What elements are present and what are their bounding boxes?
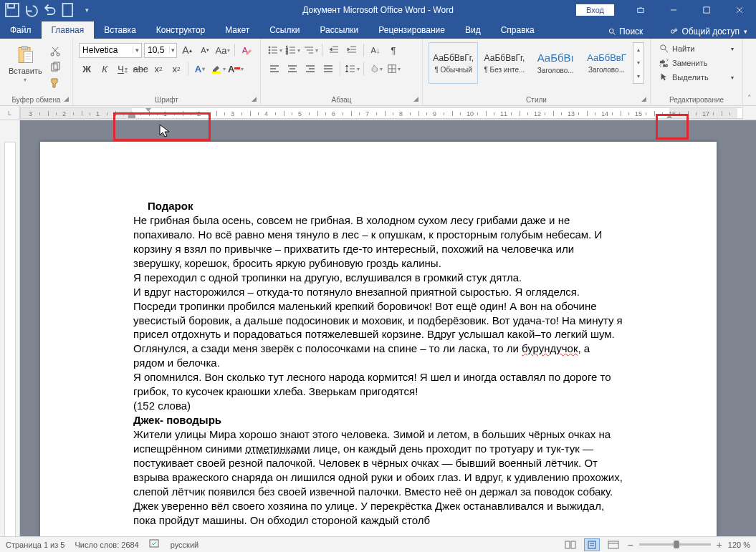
group-label-paragraph: Абзац (261, 94, 422, 105)
highlight-icon[interactable]: ▾ (210, 61, 226, 77)
horizontal-ruler[interactable]: 3211234567891011121314151617 (20, 107, 743, 119)
share-button[interactable]: Общий доступ▾ (670, 26, 747, 37)
cut-icon[interactable] (48, 45, 62, 58)
borders-icon[interactable]: ▾ (386, 61, 401, 77)
svg-point-8 (609, 29, 613, 33)
font-name-input[interactable] (80, 45, 133, 55)
font-size-input[interactable] (145, 45, 169, 55)
sort-icon[interactable]: A↓ (368, 42, 383, 58)
maximize-icon[interactable] (690, 0, 723, 20)
group-font: ▾ ▾ A▴ A▾ Aa▾ A Ж К Ч▾ abc x2 x2 A▾ ▾ A▾ (73, 39, 261, 105)
chevron-down-icon[interactable]: ▾ (169, 47, 176, 54)
tab-view[interactable]: Вид (455, 21, 491, 39)
select-button[interactable]: Выделить▾ (656, 71, 737, 84)
zoom-level[interactable]: 120 % (728, 541, 750, 549)
print-layout-icon[interactable] (584, 538, 600, 551)
collapse-ribbon-icon[interactable]: ˄ (743, 39, 756, 105)
tab-layout[interactable]: Макет (215, 21, 259, 39)
align-right-icon[interactable] (302, 61, 318, 77)
font-name-combo[interactable]: ▾ (79, 43, 142, 58)
align-left-icon[interactable] (267, 61, 282, 77)
multilevel-icon[interactable]: ▾ (302, 42, 318, 58)
numbering-icon[interactable]: 123▾ (284, 42, 300, 58)
style-normal[interactable]: АаБбВвГг,¶ Обычный (429, 42, 478, 84)
tab-selector[interactable]: L (0, 106, 20, 120)
shrink-font-icon[interactable]: A▾ (197, 42, 213, 58)
superscript-icon[interactable]: x2 (168, 61, 184, 77)
ruler-bar: L 3211234567891011121314151617 (0, 106, 756, 120)
font-color-icon[interactable]: A▾ (228, 61, 244, 77)
text-effects-icon[interactable]: A▾ (192, 61, 208, 77)
copy-icon[interactable] (48, 61, 62, 74)
svg-point-10 (671, 30, 675, 34)
style-heading2[interactable]: АаБбВвГЗаголово... (582, 42, 631, 84)
tab-design[interactable]: Конструктор (146, 21, 215, 39)
group-editing: Найти▾ abacЗаменить Выделить▾ Редактиров… (651, 39, 743, 105)
format-painter-icon[interactable] (48, 77, 62, 89)
chevron-down-icon[interactable]: ▾ (133, 47, 141, 54)
decrease-indent-icon[interactable] (326, 42, 342, 58)
web-layout-icon[interactable] (606, 538, 621, 551)
vertical-ruler[interactable] (0, 120, 20, 536)
subscript-icon[interactable]: x2 (150, 61, 166, 77)
tab-insert[interactable]: Вставка (94, 21, 146, 39)
align-center-icon[interactable] (284, 61, 300, 77)
find-button[interactable]: Найти▾ (656, 42, 737, 55)
grow-font-icon[interactable]: A▴ (179, 42, 195, 58)
tab-help[interactable]: Справка (491, 21, 545, 39)
zoom-slider[interactable] (639, 543, 711, 546)
line-spacing-icon[interactable]: ▾ (344, 61, 360, 77)
svg-point-19 (57, 53, 59, 56)
tab-review[interactable]: Рецензирование (368, 21, 455, 39)
font-launcher-icon[interactable]: ◢ (249, 94, 259, 104)
tab-file[interactable]: Файл (0, 21, 42, 39)
undo-icon[interactable] (22, 2, 39, 18)
svg-line-9 (613, 33, 616, 35)
qat-more-icon[interactable]: ▾ (78, 2, 95, 18)
underline-button[interactable]: Ч▾ (115, 61, 130, 77)
strike-button[interactable]: abc (133, 61, 148, 77)
shading-icon[interactable]: ▾ (368, 61, 383, 77)
styles-launcher-icon[interactable]: ◢ (638, 94, 649, 104)
minimize-icon[interactable] (657, 0, 690, 20)
svg-point-18 (51, 53, 54, 56)
close-icon[interactable] (723, 0, 756, 20)
login-button[interactable]: Вход (576, 4, 614, 16)
replace-button[interactable]: abacЗаменить (656, 57, 737, 69)
ribbon-options-icon[interactable] (624, 0, 657, 20)
italic-button[interactable]: К (97, 61, 113, 77)
tab-mailings[interactable]: Рассылки (310, 21, 368, 39)
new-doc-icon[interactable] (59, 2, 77, 18)
styles-more-icon[interactable]: ▴▾▾ (633, 42, 644, 84)
page-content[interactable]: Подарок Не грибная была осень, совсем не… (40, 142, 717, 536)
clear-format-icon[interactable]: A (239, 42, 254, 58)
group-clipboard: Вставить ▾ Буфер обмена ◢ (0, 39, 73, 105)
justify-icon[interactable] (320, 61, 336, 77)
save-icon[interactable] (4, 2, 21, 18)
para-3: И вдруг насторожился – откуда-то потянул… (133, 285, 623, 371)
zoom-in-icon[interactable]: + (717, 539, 722, 551)
style-nospacing[interactable]: АаБбВвГг,¶ Без инте... (479, 42, 529, 84)
zoom-out-icon[interactable]: − (627, 539, 633, 551)
search-icon[interactable]: Поиск (608, 26, 643, 37)
status-lang[interactable]: русский (171, 541, 198, 549)
change-case-icon[interactable]: Aa▾ (215, 42, 231, 58)
paragraph-launcher-icon[interactable]: ◢ (411, 94, 421, 104)
spellcheck-icon[interactable] (149, 539, 161, 551)
bullets-icon[interactable]: ▾ (267, 42, 282, 58)
bold-button[interactable]: Ж (79, 61, 95, 77)
status-words[interactable]: Число слов: 2684 (75, 541, 138, 549)
svg-text:ac: ac (663, 62, 667, 67)
read-mode-icon[interactable] (563, 538, 578, 551)
tab-home[interactable]: Главная (42, 21, 95, 39)
tab-references[interactable]: Ссылки (259, 21, 310, 39)
font-size-combo[interactable]: ▾ (144, 43, 177, 58)
status-page[interactable]: Страница 1 из 5 (6, 541, 64, 549)
increase-indent-icon[interactable] (344, 42, 360, 58)
paste-button[interactable]: Вставить ▾ (6, 44, 45, 89)
redo-icon[interactable] (41, 2, 58, 18)
style-heading1[interactable]: АаБбВıЗаголово... (531, 42, 580, 84)
clipboard-launcher-icon[interactable]: ◢ (61, 94, 71, 104)
show-marks-icon[interactable]: ¶ (386, 42, 401, 58)
svg-point-26 (269, 47, 270, 48)
